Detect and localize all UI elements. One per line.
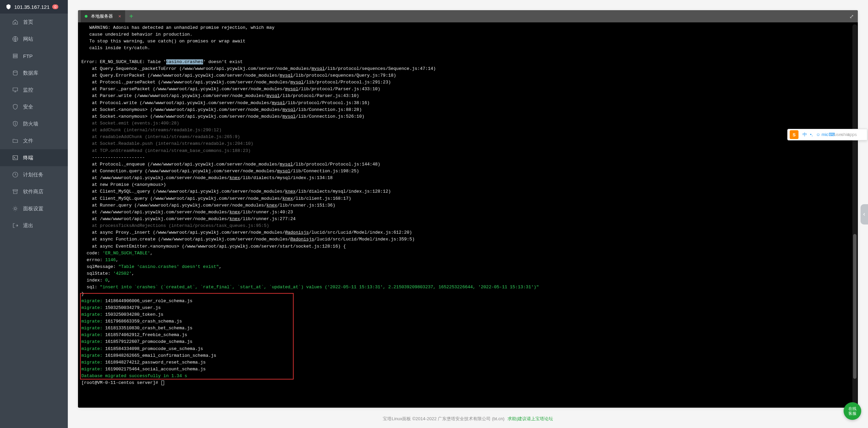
sidebar-item-label: 计划任务 — [23, 172, 43, 178]
terminal-icon — [12, 155, 18, 161]
sidebar-item-ftp[interactable]: FTP — [0, 47, 68, 64]
sidebar-item-label: 安全 — [23, 104, 33, 110]
close-tab-icon[interactable]: × — [116, 14, 121, 19]
terminal-scrollbar-thumb[interactable] — [853, 234, 856, 379]
ime-icon-7[interactable]: apps — [849, 131, 855, 138]
sidebar-item-monitor[interactable]: 监控 — [0, 81, 68, 98]
sidebar-item-firewall[interactable]: 防火墙 — [0, 115, 68, 132]
sidebar-item-files[interactable]: 文件 — [0, 132, 68, 149]
ftp-icon — [12, 53, 18, 59]
monitor-icon — [12, 87, 18, 93]
sidebar: 101.35.167.121 0 首页网站FTP数据库监控安全防火墙文件终端计划… — [0, 0, 68, 428]
sidebar-item-label: 终端 — [23, 155, 33, 161]
sidebar-item-label: 软件商店 — [23, 189, 43, 195]
sidebar-item-db[interactable]: 数据库 — [0, 64, 68, 81]
server-ip: 101.35.167.121 — [14, 4, 50, 10]
customer-service-label: 在线 客服 — [848, 406, 856, 416]
terminal-scrollbar[interactable] — [852, 24, 857, 406]
sidebar-item-home[interactable]: 首页 — [0, 14, 68, 31]
ime-icon-3[interactable]: mic — [822, 131, 828, 138]
ime-icon-1[interactable]: •, — [808, 131, 815, 138]
terminal-body[interactable]: WARNING: Adonis has detected an unhandle… — [78, 22, 858, 408]
expand-handle[interactable] — [861, 204, 868, 225]
sidebar-item-store[interactable]: 软件商店 — [0, 183, 68, 200]
sidebar-item-label: 监控 — [23, 87, 33, 93]
terminal-tab-local[interactable]: 本地服务器 × — [81, 10, 125, 22]
sidebar-item-label: 首页 — [23, 19, 33, 25]
fullscreen-icon[interactable]: ⤢ — [849, 13, 854, 20]
logout-icon — [12, 222, 18, 229]
sidebar-item-label: 数据库 — [23, 70, 38, 76]
globe-icon — [12, 36, 18, 42]
cron-icon — [12, 172, 18, 178]
footer: 宝塔Linux面板 ©2014-2022 广东堡塔安全技术有限公司 (bt.cn… — [68, 411, 868, 428]
settings-icon — [12, 206, 18, 212]
terminal-tabs: 本地服务器 × + ⤢ — [78, 10, 858, 22]
shield-icon — [12, 104, 18, 110]
notification-badge[interactable]: 0 — [52, 4, 58, 9]
firewall-icon — [12, 121, 18, 127]
terminal-panel: 本地服务器 × + ⤢ WARNING: Adonis has detected… — [78, 10, 858, 408]
store-icon — [12, 189, 18, 195]
db-icon — [12, 70, 18, 76]
ime-logo-icon: S — [790, 130, 798, 139]
sidebar-item-label: 防火墙 — [23, 121, 38, 127]
footer-text: 宝塔Linux面板 ©2014-2022 广东堡塔安全技术有限公司 (bt.cn… — [383, 416, 505, 421]
sidebar-item-label: FTP — [23, 53, 33, 59]
sidebar-item-logout[interactable]: 退出 — [0, 217, 68, 234]
status-dot-icon — [85, 15, 87, 18]
home-icon — [12, 19, 18, 25]
folder-icon — [12, 138, 18, 144]
sidebar-item-label: 退出 — [23, 222, 33, 229]
sidebar-item-label: 网站 — [23, 36, 33, 42]
main: 本地服务器 × + ⤢ WARNING: Adonis has detected… — [68, 0, 868, 428]
sidebar-header: 101.35.167.121 0 — [0, 0, 68, 14]
sidebar-item-terminal[interactable]: 终端 — [0, 149, 68, 166]
sidebar-item-label: 面板设置 — [23, 206, 43, 212]
add-tab-button[interactable]: + — [125, 10, 137, 22]
ime-toolbar[interactable]: S 中•,☺mic⌨usershirtapps — [787, 129, 867, 140]
sidebar-item-label: 文件 — [23, 138, 33, 144]
sidebar-item-security[interactable]: 安全 — [0, 98, 68, 115]
sidebar-item-site[interactable]: 网站 — [0, 31, 68, 47]
terminal-output: WARNING: Adonis has detected an unhandle… — [81, 24, 854, 386]
sidebar-item-cron[interactable]: 计划任务 — [0, 166, 68, 183]
ime-icon-0[interactable]: 中 — [801, 131, 808, 138]
bt-logo-icon — [5, 4, 12, 10]
terminal-tab-label: 本地服务器 — [91, 13, 113, 19]
footer-link[interactable]: 求助|建议请上宝塔论坛 — [508, 416, 553, 421]
sidebar-item-settings[interactable]: 面板设置 — [0, 200, 68, 217]
customer-service-button[interactable]: 在线 客服 — [844, 402, 861, 420]
ime-icon-2[interactable]: ☺ — [815, 131, 822, 138]
